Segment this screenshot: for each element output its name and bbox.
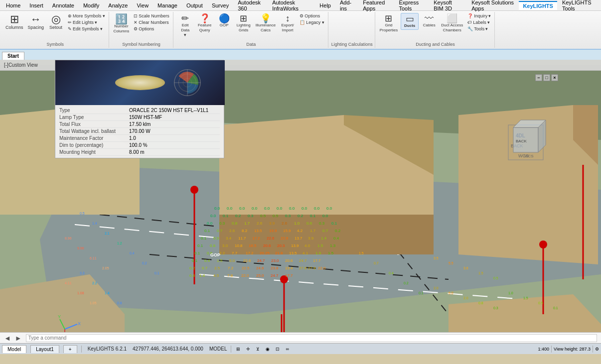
ribbon-btn-number[interactable]: 🔢 NumberColumns [112, 13, 131, 34]
ribbon-btn-legacy[interactable]: 📋 Legacy ▾ [298, 19, 326, 25]
svg-text:0.7: 0.7 [202, 266, 208, 270]
gop-icon: 🔵 [219, 14, 230, 23]
grid-button[interactable]: ⊞ [235, 347, 241, 352]
ribbon-btn-illuminance[interactable]: 💡 IlluminanceCalcs [254, 13, 277, 33]
svg-text:0.0: 0.0 [210, 214, 216, 218]
polar-button[interactable]: ◉ [265, 347, 271, 352]
menu-analyze[interactable]: Analyze [104, 1, 132, 9]
svg-text:4.5: 4.5 [213, 273, 219, 278]
viewport-close[interactable]: × [551, 74, 558, 81]
ribbon-btn-scale-numbers[interactable]: ⊡ Scale Numbers [132, 13, 171, 19]
svg-text:6.0: 6.0 [449, 291, 453, 295]
info-value-maintenance: 1.0 [129, 135, 136, 141]
svg-text:0.5: 0.5 [493, 276, 498, 280]
svg-text:2.0: 2.0 [434, 286, 439, 290]
ribbon-btn-edit-lights[interactable]: ✏ Edit Lights ▾ [66, 19, 107, 25]
svg-text:16.5: 16.5 [249, 243, 257, 248]
ribbon-btn-setout[interactable]: ◎ Setout [47, 13, 65, 31]
ribbon-btn-ducts[interactable]: ▭ Ducts [401, 13, 419, 30]
osnap-button[interactable]: ⊡ [275, 347, 281, 352]
info-card: Type ORACLE 2C 150W HST EFL--V1L1 Lamp T… [55, 60, 224, 158]
ortho-button[interactable]: ⊻ [255, 347, 261, 352]
ribbon-btn-lighting-grids[interactable]: ⊞ LightingGrids [235, 13, 253, 33]
status-separator [81, 346, 82, 353]
svg-text:7.2: 7.2 [228, 266, 234, 270]
menu-featuredapps[interactable]: Featured Apps [359, 0, 394, 12]
menu-output[interactable]: Output [182, 1, 207, 9]
menu-survey[interactable]: Survey [208, 1, 233, 9]
menu-keylights[interactable]: KeyLIGHTS [519, 1, 557, 10]
svg-text:0.7: 0.7 [322, 229, 328, 233]
coordinates-status: 427977.446, 264613.644, 0.000 [133, 346, 203, 352]
tab-add-layout[interactable]: + [63, 345, 77, 353]
svg-text:20.6: 20.6 [285, 258, 293, 263]
edit-data-icon: ✏ [181, 14, 189, 23]
svg-text:21.8: 21.8 [275, 251, 283, 255]
menu-view[interactable]: View [133, 1, 152, 9]
settings-icon[interactable]: ⚙ [595, 347, 599, 352]
menu-manage[interactable]: Manage [153, 1, 181, 9]
svg-text:22.5: 22.5 [242, 266, 250, 270]
ribbon-btn-feature-query[interactable]: ❓ FeatureQuery [196, 13, 214, 33]
ribbon-group-symbols: ⊞ Columns ↔ Spacing ◎ Setout ⊕ More Symb… [2, 12, 109, 48]
tab-layout1[interactable]: Layout1 [30, 345, 59, 353]
svg-text:1.5: 1.5 [328, 251, 334, 255]
menu-expresstools[interactable]: Express Tools [395, 0, 429, 12]
ribbon-btn-edit-symbols[interactable]: ✎ Edit Symbols ▾ [66, 26, 107, 32]
ribbon-symbols-content: ⊞ Columns ↔ Spacing ◎ Setout ⊕ More Symb… [4, 13, 107, 41]
menu-infraworks[interactable]: Autodesk InfraWorks [268, 0, 314, 12]
menu-annotate[interactable]: Annotate [48, 1, 78, 9]
ribbon-btn-gop[interactable]: 🔵 GOP [215, 13, 233, 29]
menu-help[interactable]: Help [315, 1, 335, 9]
ribbon-group-ducting: ⊞ GridProperties ▭ Ducts 〰 Cables ⬜ Duct… [376, 12, 495, 48]
svg-text:17.2: 17.2 [252, 236, 260, 241]
tab-start[interactable]: Start [2, 52, 24, 60]
menu-keysoftsolutions[interactable]: Keysoft Solutions Apps [467, 0, 518, 12]
menu-autodesk360[interactable]: Autodesk 360 [234, 0, 267, 12]
ribbon-btn-labels[interactable]: 🏷 Labels ▾ [466, 19, 492, 25]
ribbon-btn-cables[interactable]: 〰 Cables [420, 13, 438, 29]
more-symbols-icon: ⊕ [68, 13, 72, 18]
cmd-arrow-right[interactable]: ► [13, 334, 24, 342]
svg-text:0.7: 0.7 [374, 261, 379, 265]
ribbon-btn-export-import[interactable]: ↕ Export/Import [279, 13, 297, 33]
svg-text:13.9: 13.9 [291, 243, 299, 248]
tab-model[interactable]: Model [2, 345, 26, 353]
menu-home[interactable]: Home [2, 1, 24, 9]
svg-text:0.3: 0.3 [493, 306, 498, 310]
menu-keysoftbim[interactable]: Keysoft BIM 3D [430, 0, 466, 12]
labels-icon: 🏷 [467, 20, 472, 25]
ribbon-btn-numbering-options[interactable]: ⚙ Options [132, 26, 171, 32]
ribbon-btn-inquiry[interactable]: ❓ Inquiry ▾ [466, 13, 492, 19]
menu-modify[interactable]: Modify [79, 1, 103, 9]
grid-properties-icon: ⊞ [385, 14, 392, 23]
otrack-button[interactable]: ∞ [285, 347, 290, 352]
svg-text:23.8: 23.8 [271, 266, 279, 270]
svg-text:1.5: 1.5 [317, 243, 323, 248]
cmd-arrow-left[interactable]: ◄ [2, 334, 13, 342]
info-value-type: ORACLE 2C 150W HST EFL--V1L1 [129, 108, 208, 113]
menu-insert[interactable]: Insert [25, 1, 47, 9]
svg-text:0.0: 0.0 [301, 206, 307, 211]
svg-text:6.11: 6.11 [90, 256, 97, 260]
ribbon-btn-edit-data[interactable]: ✏ EditData ▾ [176, 13, 194, 39]
svg-text:8.96: 8.96 [65, 237, 72, 240]
viewport-maximize[interactable]: □ [543, 74, 550, 81]
command-input[interactable] [26, 334, 597, 342]
ducts-icon: ▭ [406, 14, 414, 23]
snap-button[interactable]: ✛ [245, 347, 251, 352]
ribbon-btn-spacing[interactable]: ↔ Spacing [26, 13, 46, 31]
svg-text:23.0: 23.0 [271, 258, 279, 263]
menu-addins[interactable]: Add-ins [336, 0, 358, 12]
lamp-preview-image [55, 60, 225, 105]
ribbon-btn-duct-access[interactable]: ⬜ Duct AccessChambers [440, 13, 464, 33]
ribbon-btn-columns[interactable]: ⊞ Columns [4, 13, 25, 31]
ribbon-btn-grid-properties[interactable]: ⊞ GridProperties [378, 13, 399, 33]
menu-keylights-tools[interactable]: KeyLIGHTS Tools [558, 0, 599, 12]
svg-text:0.1: 0.1 [223, 214, 229, 218]
ribbon-btn-clear-numbers[interactable]: ✕ Clear Numbers [132, 19, 171, 25]
ribbon-btn-more-symbols[interactable]: ⊕ More Symbols ▾ [66, 13, 107, 19]
viewport-minimize[interactable]: − [535, 74, 542, 81]
ribbon-btn-data-options[interactable]: ⚙ Options [298, 13, 326, 19]
ribbon-btn-tools[interactable]: 🔧 Tools ▾ [466, 26, 492, 32]
